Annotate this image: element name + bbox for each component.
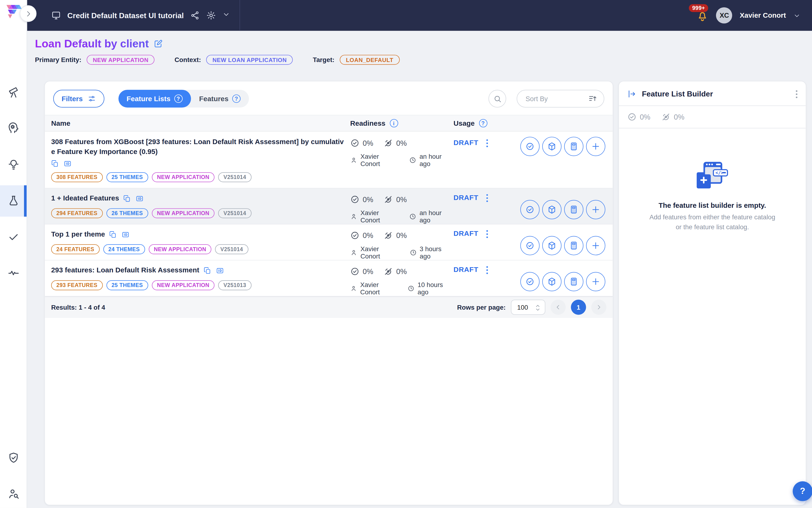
row-updated: 3 hours ago bbox=[420, 245, 453, 260]
readiness-seal-check-button[interactable] bbox=[521, 272, 540, 292]
table-row[interactable]: 293 features: Loan Default Risk Assessme… bbox=[45, 260, 613, 296]
filters-button[interactable]: Filters bbox=[53, 90, 104, 108]
tab-features[interactable]: Features ? bbox=[191, 90, 249, 108]
page-number-button[interactable]: 1 bbox=[571, 300, 586, 315]
copy-icon[interactable] bbox=[51, 160, 59, 167]
add-to-builder-plus-button[interactable] bbox=[586, 137, 605, 156]
notifications-bell-icon[interactable]: 999+ bbox=[696, 9, 709, 23]
row-menu-kebab-icon[interactable] bbox=[486, 265, 488, 274]
row-updated: an hour ago bbox=[419, 209, 453, 224]
clock-icon bbox=[409, 157, 416, 164]
gear-icon[interactable] bbox=[206, 10, 216, 20]
sort-icon bbox=[588, 94, 598, 103]
share-icon[interactable] bbox=[190, 10, 200, 20]
search-icon bbox=[493, 94, 502, 103]
add-to-builder-plus-button[interactable] bbox=[586, 200, 605, 219]
add-to-builder-plus-button[interactable] bbox=[586, 272, 605, 292]
readiness-check-circle-icon bbox=[350, 195, 360, 204]
sliders-icon bbox=[87, 94, 96, 103]
readiness-seal-check-button[interactable] bbox=[521, 236, 540, 255]
column-readiness: Readiness i bbox=[350, 119, 453, 127]
avatar[interactable]: XC bbox=[716, 7, 732, 24]
project-menu-chevron-down-icon[interactable] bbox=[222, 10, 230, 20]
header-divider bbox=[239, 0, 240, 31]
user-icon bbox=[350, 157, 357, 164]
readiness-seal-check-button[interactable] bbox=[521, 137, 540, 156]
question-circle-icon[interactable]: ? bbox=[479, 119, 487, 127]
sidebar-active-bar bbox=[24, 185, 27, 217]
sidebar-item-approve-check-icon[interactable] bbox=[7, 230, 20, 243]
row-author: Xavier Conort bbox=[360, 245, 400, 260]
copy-icon[interactable] bbox=[109, 231, 117, 239]
readiness-seal-check-button[interactable] bbox=[521, 200, 540, 219]
feature-list-builder-panel: Feature List Builder 0% 0% bbox=[619, 81, 806, 505]
id-icon[interactable] bbox=[135, 195, 144, 202]
version-badge: V251014 bbox=[218, 208, 251, 218]
row-menu-kebab-icon[interactable] bbox=[486, 194, 488, 202]
sidebar-item-governance-shield-check-icon[interactable] bbox=[7, 452, 20, 464]
entity-badge: NEW APPLICATION bbox=[152, 280, 215, 290]
deploy-cube-button[interactable] bbox=[542, 200, 561, 219]
sidebar-item-monitor-activity-icon[interactable] bbox=[7, 266, 20, 279]
table-footer: Results: 1 - 4 of 4 Rows per page: 100 1 bbox=[45, 296, 613, 318]
row-menu-kebab-icon[interactable] bbox=[486, 229, 488, 238]
column-usage: Usage ? bbox=[453, 119, 520, 127]
sidebar-item-explore-telescope-icon[interactable] bbox=[7, 86, 20, 98]
readiness-check-circle-icon bbox=[350, 138, 360, 148]
version-badge: V251013 bbox=[218, 280, 251, 290]
compute-calculator-button[interactable] bbox=[564, 200, 584, 219]
compute-calculator-button[interactable] bbox=[564, 272, 584, 292]
tab-feature-lists[interactable]: Feature Lists ? bbox=[118, 90, 191, 108]
compute-calculator-button[interactable] bbox=[564, 137, 584, 156]
features-count-badge: 308 FEATURES bbox=[51, 172, 102, 182]
themes-count-badge: 25 THEMES bbox=[106, 280, 148, 290]
features-count-badge: 24 FEATURES bbox=[51, 244, 99, 254]
feature-list-name: 308 Features from XGBoost [293 features:… bbox=[51, 137, 347, 157]
status-badge: DRAFT bbox=[453, 229, 479, 237]
themes-count-badge: 24 THEMES bbox=[103, 244, 145, 254]
copy-icon[interactable] bbox=[204, 266, 211, 274]
user-menu-chevron-down-icon[interactable] bbox=[793, 12, 801, 19]
clock-icon bbox=[408, 285, 414, 292]
table-row[interactable]: Top 1 per theme 24 FEATURES 24 THEMES NE… bbox=[45, 224, 613, 260]
id-icon[interactable] bbox=[63, 160, 72, 167]
row-updated: an hour ago bbox=[419, 153, 453, 168]
app: Credit Default Dataset UI tutorial 999+ … bbox=[0, 0, 812, 508]
copy-icon[interactable] bbox=[123, 195, 131, 202]
deploy-cube-button[interactable] bbox=[542, 272, 561, 292]
sidebar-item-ai-head-gear-icon[interactable] bbox=[7, 122, 20, 134]
version-badge: V251014 bbox=[215, 244, 248, 254]
page-title: Loan Default by client bbox=[35, 38, 149, 50]
sidebar-item-experiment-flask-icon[interactable] bbox=[7, 195, 20, 207]
id-icon[interactable] bbox=[216, 266, 224, 274]
row-menu-kebab-icon[interactable] bbox=[486, 139, 488, 147]
search-button[interactable] bbox=[489, 90, 506, 108]
compute-calculator-button[interactable] bbox=[564, 236, 584, 255]
readiness-check-circle-icon bbox=[350, 267, 360, 276]
table-row[interactable]: 1 + Ideated Features 294 FEATURES 26 THE… bbox=[45, 188, 613, 224]
clock-icon bbox=[409, 249, 416, 256]
deploy-cube-button[interactable] bbox=[542, 236, 561, 255]
sidebar-expand-chevron-button[interactable] bbox=[20, 5, 37, 22]
rows-per-page-select[interactable]: 100 bbox=[511, 300, 545, 315]
entity-badge: NEW APPLICATION bbox=[152, 172, 215, 182]
info-circle-icon[interactable]: i bbox=[390, 119, 398, 127]
deploy-cube-button[interactable] bbox=[542, 137, 561, 156]
add-to-builder-plus-button[interactable] bbox=[586, 236, 605, 255]
id-icon[interactable] bbox=[121, 231, 130, 239]
context-badge: NEW LOAN APPLICATION bbox=[206, 55, 293, 65]
question-circle-icon: ? bbox=[232, 94, 240, 103]
sidebar-item-users-user-search-icon[interactable] bbox=[7, 488, 20, 500]
features-count-badge: 293 FEATURES bbox=[51, 280, 102, 290]
context-label: Context: bbox=[175, 56, 201, 64]
previous-page-button[interactable] bbox=[550, 300, 566, 315]
edit-title-pencil-icon[interactable] bbox=[153, 39, 163, 49]
row-author: Xavier Conort bbox=[360, 153, 399, 168]
help-button[interactable]: ? bbox=[793, 481, 812, 501]
list-type-tabs: Feature Lists ? Features ? bbox=[118, 90, 249, 108]
builder-menu-kebab-icon[interactable] bbox=[796, 90, 798, 98]
next-page-button[interactable] bbox=[591, 300, 606, 315]
sidebar-item-ideate-lightbulb-icon[interactable] bbox=[7, 158, 20, 171]
project-title[interactable]: Credit Default Dataset UI tutorial bbox=[67, 11, 184, 19]
table-row[interactable]: 308 Features from XGBoost [293 features:… bbox=[45, 132, 613, 188]
